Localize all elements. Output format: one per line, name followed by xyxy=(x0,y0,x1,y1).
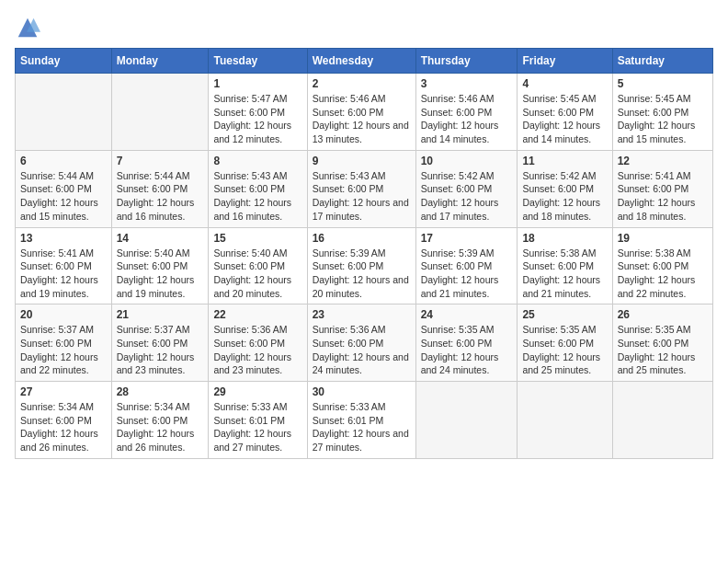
calendar-header-row: SundayMondayTuesdayWednesdayThursdayFrid… xyxy=(16,49,713,74)
day-sun-info: Sunrise: 5:36 AM Sunset: 6:00 PM Dayligh… xyxy=(213,323,301,377)
day-number: 26 xyxy=(618,308,708,321)
day-sun-info: Sunrise: 5:38 AM Sunset: 6:00 PM Dayligh… xyxy=(522,247,607,301)
day-number: 7 xyxy=(117,155,204,167)
day-sun-info: Sunrise: 5:47 AM Sunset: 6:00 PM Dayligh… xyxy=(213,92,301,146)
day-sun-info: Sunrise: 5:34 AM Sunset: 6:00 PM Dayligh… xyxy=(117,400,204,454)
calendar-cell: 17Sunrise: 5:39 AM Sunset: 6:00 PM Dayli… xyxy=(415,227,518,304)
calendar-cell xyxy=(16,74,112,151)
day-number: 3 xyxy=(421,77,513,90)
calendar-cell: 21Sunrise: 5:37 AM Sunset: 6:00 PM Dayli… xyxy=(111,304,209,382)
calendar-cell: 30Sunrise: 5:33 AM Sunset: 6:01 PM Dayli… xyxy=(307,382,415,459)
calendar-cell: 25Sunrise: 5:35 AM Sunset: 6:00 PM Dayli… xyxy=(518,304,612,382)
header-monday: Monday xyxy=(111,49,209,74)
day-number: 25 xyxy=(522,308,607,321)
day-number: 30 xyxy=(313,385,411,398)
calendar-cell: 24Sunrise: 5:35 AM Sunset: 6:00 PM Dayli… xyxy=(415,304,518,382)
header-sunday: Sunday xyxy=(16,49,112,74)
calendar-cell xyxy=(612,382,712,459)
day-number: 27 xyxy=(20,385,107,398)
page-header xyxy=(15,15,713,40)
day-sun-info: Sunrise: 5:35 AM Sunset: 6:00 PM Dayligh… xyxy=(618,323,708,377)
calendar-week-row: 13Sunrise: 5:41 AM Sunset: 6:00 PM Dayli… xyxy=(16,227,713,304)
calendar-cell: 2Sunrise: 5:46 AM Sunset: 6:00 PM Daylig… xyxy=(307,74,415,151)
logo xyxy=(15,15,42,40)
day-number: 23 xyxy=(313,308,411,321)
calendar-cell: 29Sunrise: 5:33 AM Sunset: 6:01 PM Dayli… xyxy=(209,382,307,459)
calendar-cell: 11Sunrise: 5:42 AM Sunset: 6:00 PM Dayli… xyxy=(518,150,612,227)
day-sun-info: Sunrise: 5:40 AM Sunset: 6:00 PM Dayligh… xyxy=(213,247,301,301)
calendar-week-row: 20Sunrise: 5:37 AM Sunset: 6:00 PM Dayli… xyxy=(16,304,713,382)
day-sun-info: Sunrise: 5:43 AM Sunset: 6:00 PM Dayligh… xyxy=(313,169,411,224)
calendar-table: SundayMondayTuesdayWednesdayThursdayFrid… xyxy=(15,48,713,459)
day-number: 9 xyxy=(313,155,411,167)
calendar-cell: 16Sunrise: 5:39 AM Sunset: 6:00 PM Dayli… xyxy=(307,227,415,304)
calendar-cell: 14Sunrise: 5:40 AM Sunset: 6:00 PM Dayli… xyxy=(111,227,209,304)
calendar-cell: 9Sunrise: 5:43 AM Sunset: 6:00 PM Daylig… xyxy=(307,150,415,227)
calendar-cell: 27Sunrise: 5:34 AM Sunset: 6:00 PM Dayli… xyxy=(16,382,112,459)
day-sun-info: Sunrise: 5:37 AM Sunset: 6:00 PM Dayligh… xyxy=(20,323,107,377)
day-number: 15 xyxy=(213,232,301,245)
header-saturday: Saturday xyxy=(612,49,712,74)
calendar-cell: 10Sunrise: 5:42 AM Sunset: 6:00 PM Dayli… xyxy=(415,150,518,227)
day-sun-info: Sunrise: 5:43 AM Sunset: 6:00 PM Dayligh… xyxy=(213,169,301,224)
day-sun-info: Sunrise: 5:45 AM Sunset: 6:00 PM Dayligh… xyxy=(618,92,708,146)
calendar-cell: 6Sunrise: 5:44 AM Sunset: 6:00 PM Daylig… xyxy=(16,150,112,227)
calendar-week-row: 1Sunrise: 5:47 AM Sunset: 6:00 PM Daylig… xyxy=(16,74,713,151)
day-sun-info: Sunrise: 5:33 AM Sunset: 6:01 PM Dayligh… xyxy=(313,400,411,454)
day-sun-info: Sunrise: 5:38 AM Sunset: 6:00 PM Dayligh… xyxy=(618,247,708,301)
day-sun-info: Sunrise: 5:42 AM Sunset: 6:00 PM Dayligh… xyxy=(522,169,607,224)
day-sun-info: Sunrise: 5:44 AM Sunset: 6:00 PM Dayligh… xyxy=(20,169,107,224)
calendar-cell xyxy=(415,382,518,459)
calendar-cell: 8Sunrise: 5:43 AM Sunset: 6:00 PM Daylig… xyxy=(209,150,307,227)
day-number: 13 xyxy=(20,232,107,245)
calendar-week-row: 27Sunrise: 5:34 AM Sunset: 6:00 PM Dayli… xyxy=(16,382,713,459)
day-sun-info: Sunrise: 5:46 AM Sunset: 6:00 PM Dayligh… xyxy=(313,92,411,146)
day-number: 12 xyxy=(618,155,708,167)
calendar-cell: 15Sunrise: 5:40 AM Sunset: 6:00 PM Dayli… xyxy=(209,227,307,304)
day-sun-info: Sunrise: 5:37 AM Sunset: 6:00 PM Dayligh… xyxy=(117,323,204,377)
day-sun-info: Sunrise: 5:39 AM Sunset: 6:00 PM Dayligh… xyxy=(421,247,513,301)
calendar-week-row: 6Sunrise: 5:44 AM Sunset: 6:00 PM Daylig… xyxy=(16,150,713,227)
day-sun-info: Sunrise: 5:41 AM Sunset: 6:00 PM Dayligh… xyxy=(618,169,708,224)
day-number: 4 xyxy=(522,77,607,90)
day-sun-info: Sunrise: 5:40 AM Sunset: 6:00 PM Dayligh… xyxy=(117,247,204,301)
calendar-cell: 19Sunrise: 5:38 AM Sunset: 6:00 PM Dayli… xyxy=(612,227,712,304)
day-number: 10 xyxy=(421,155,513,167)
day-number: 8 xyxy=(213,155,301,167)
calendar-cell: 7Sunrise: 5:44 AM Sunset: 6:00 PM Daylig… xyxy=(111,150,209,227)
calendar-cell: 26Sunrise: 5:35 AM Sunset: 6:00 PM Dayli… xyxy=(612,304,712,382)
calendar-cell: 3Sunrise: 5:46 AM Sunset: 6:00 PM Daylig… xyxy=(415,74,518,151)
day-number: 24 xyxy=(421,308,513,321)
day-sun-info: Sunrise: 5:45 AM Sunset: 6:00 PM Dayligh… xyxy=(522,92,607,146)
calendar-cell: 12Sunrise: 5:41 AM Sunset: 6:00 PM Dayli… xyxy=(612,150,712,227)
header-wednesday: Wednesday xyxy=(307,49,415,74)
day-sun-info: Sunrise: 5:42 AM Sunset: 6:00 PM Dayligh… xyxy=(421,169,513,224)
calendar-cell: 23Sunrise: 5:36 AM Sunset: 6:00 PM Dayli… xyxy=(307,304,415,382)
day-sun-info: Sunrise: 5:35 AM Sunset: 6:00 PM Dayligh… xyxy=(421,323,513,377)
header-thursday: Thursday xyxy=(415,49,518,74)
calendar-cell: 1Sunrise: 5:47 AM Sunset: 6:00 PM Daylig… xyxy=(209,74,307,151)
day-sun-info: Sunrise: 5:33 AM Sunset: 6:01 PM Dayligh… xyxy=(213,400,301,454)
day-sun-info: Sunrise: 5:41 AM Sunset: 6:00 PM Dayligh… xyxy=(20,247,107,301)
day-sun-info: Sunrise: 5:46 AM Sunset: 6:00 PM Dayligh… xyxy=(421,92,513,146)
day-number: 5 xyxy=(618,77,708,90)
header-tuesday: Tuesday xyxy=(209,49,307,74)
day-sun-info: Sunrise: 5:35 AM Sunset: 6:00 PM Dayligh… xyxy=(522,323,607,377)
day-number: 18 xyxy=(522,232,607,245)
day-number: 21 xyxy=(117,308,204,321)
header-friday: Friday xyxy=(518,49,612,74)
day-number: 1 xyxy=(213,77,301,90)
day-sun-info: Sunrise: 5:36 AM Sunset: 6:00 PM Dayligh… xyxy=(313,323,411,377)
calendar-cell: 13Sunrise: 5:41 AM Sunset: 6:00 PM Dayli… xyxy=(16,227,112,304)
day-number: 19 xyxy=(618,232,708,245)
calendar-cell: 22Sunrise: 5:36 AM Sunset: 6:00 PM Dayli… xyxy=(209,304,307,382)
calendar-cell xyxy=(111,74,209,151)
day-sun-info: Sunrise: 5:39 AM Sunset: 6:00 PM Dayligh… xyxy=(313,247,411,301)
day-number: 29 xyxy=(213,385,301,398)
calendar-cell: 4Sunrise: 5:45 AM Sunset: 6:00 PM Daylig… xyxy=(518,74,612,151)
calendar-cell: 18Sunrise: 5:38 AM Sunset: 6:00 PM Dayli… xyxy=(518,227,612,304)
day-number: 20 xyxy=(20,308,107,321)
calendar-cell: 5Sunrise: 5:45 AM Sunset: 6:00 PM Daylig… xyxy=(612,74,712,151)
day-sun-info: Sunrise: 5:34 AM Sunset: 6:00 PM Dayligh… xyxy=(20,400,107,454)
day-number: 28 xyxy=(117,385,204,398)
